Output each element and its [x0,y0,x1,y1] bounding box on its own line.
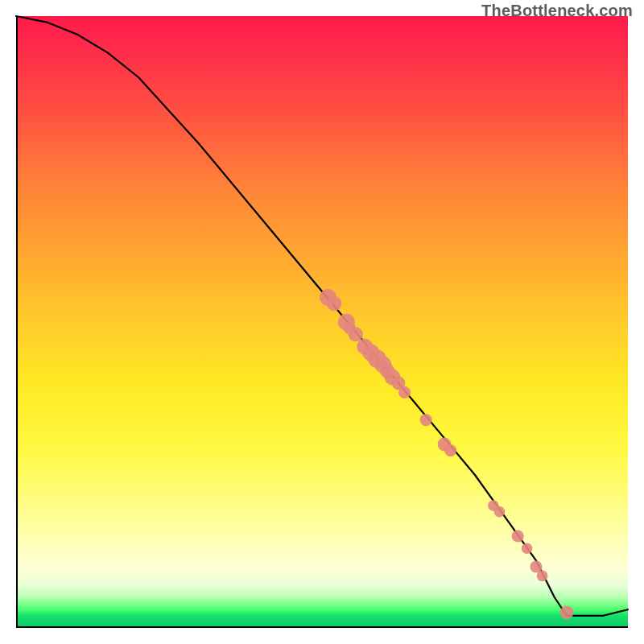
plot-gradient-background [16,16,628,628]
chart-frame: TheBottleneck.com [0,0,644,644]
watermark-text: TheBottleneck.com [481,2,633,20]
